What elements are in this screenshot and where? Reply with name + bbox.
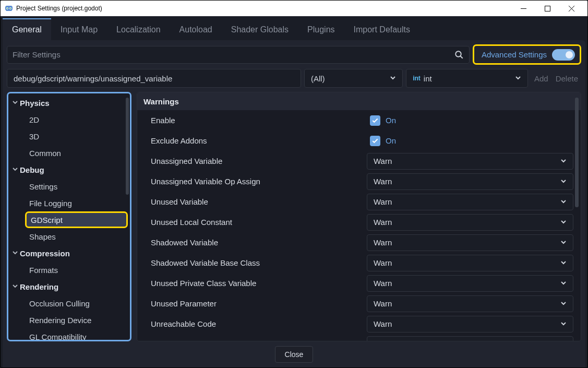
tree-item-common[interactable]: Common [10,145,128,161]
delete-setting-button[interactable]: Delete [556,74,578,83]
chevron-down-icon [390,74,396,83]
filter-box[interactable] [7,46,470,64]
expand-icon[interactable] [11,99,19,106]
advanced-settings-label: Advanced Settings [482,50,547,59]
close-button[interactable]: Close [275,346,314,363]
checkbox-label: On [386,136,573,145]
setting-path-input[interactable] [7,69,301,88]
svg-rect-4 [545,6,550,11]
tab-autoload[interactable]: Autoload [170,18,222,40]
setting-value-select[interactable]: Warn [367,255,573,271]
checkbox-label: On [386,116,573,125]
setting-value-select[interactable]: Warn [367,214,573,231]
tree-item-file-logging[interactable]: File Logging [10,195,128,211]
tree-item-rendering-device[interactable]: Rendering Device [10,312,128,328]
filter-input[interactable] [13,50,454,59]
settings-list: Warnings EnableOnExclude AddonsOnUnassig… [137,92,581,341]
search-icon [454,50,464,60]
tree-scrollbar[interactable] [126,98,129,195]
setting-unused-variable: Unused VariableWarn [137,192,581,212]
expand-icon[interactable] [11,250,19,257]
setting-label: Unassigned Variable [151,157,362,165]
tree-item-shapes[interactable]: Shapes [10,228,128,245]
setting-unused-private-class-variable: Unused Private Class VariableWarn [137,273,581,293]
window-title: Project Settings (project.godot) [16,5,102,12]
int-type-icon: int [413,75,421,82]
scope-select[interactable]: (All) [304,69,403,88]
tree-group-physics[interactable]: Physics [10,94,128,111]
content-area: GeneralInput MapLocalizationAutoloadShad… [1,16,587,367]
setting-label: Unreachable Code [151,319,362,328]
chevron-down-icon [560,218,567,227]
setting-label: Unreachable Pattern [151,340,362,341]
settings-panel: Advanced Settings (All) int int [3,40,585,367]
maximize-button[interactable] [535,1,559,16]
tab-import-defaults[interactable]: Import Defaults [344,18,419,40]
close-window-button[interactable] [559,1,583,16]
project-settings-window: Project Settings (project.godot) General… [0,0,588,368]
setting-label: Shadowed Variable Base Class [151,258,362,267]
type-select[interactable]: int int [406,69,528,88]
setting-value-select[interactable]: Warn [367,234,573,251]
setting-unassigned-variable-op-assign: Unassigned Variable Op AssignWarn [137,171,581,192]
chevron-down-icon [560,319,567,329]
checkbox[interactable] [370,136,380,146]
tab-plugins[interactable]: Plugins [298,18,344,40]
tree-item-2d[interactable]: 2D [10,111,128,128]
expand-icon[interactable] [11,166,19,173]
setting-label: Enable [151,116,365,125]
setting-label: Unused Local Constant [151,218,362,227]
setting-unreachable-code: Unreachable CodeWarn [137,314,581,334]
chevron-down-icon [560,157,567,166]
tab-bar: GeneralInput MapLocalizationAutoloadShad… [3,18,585,40]
svg-point-3 [10,8,11,9]
setting-value-select[interactable]: Warn [367,295,573,312]
settings-scrollbar[interactable] [575,98,579,207]
chevron-down-icon [560,279,567,288]
setting-shadowed-variable: Shadowed VariableWarn [137,232,581,253]
tab-shader-globals[interactable]: Shader Globals [222,18,298,40]
setting-path-field[interactable] [14,74,294,83]
setting-value-select[interactable]: Warn [367,275,573,292]
godot-icon [5,4,13,13]
add-setting-button[interactable]: Add [534,74,548,83]
setting-value-select[interactable]: Warn [367,316,573,333]
setting-value-select[interactable]: Warn [367,194,573,210]
setting-label: Unused Parameter [151,299,362,308]
tree-item-settings[interactable]: Settings [10,178,128,195]
tree-item-3d[interactable]: 3D [10,128,128,145]
tree-group-debug[interactable]: Debug [10,161,128,178]
checkbox[interactable] [370,115,380,126]
setting-value-select[interactable]: Warn [367,336,573,342]
tree-group-compression[interactable]: Compression [10,245,128,262]
tab-localization[interactable]: Localization [107,18,170,40]
tree-item-formats[interactable]: Formats [10,262,128,278]
tree-item-gdscript[interactable]: GDScript [10,211,128,228]
setting-shadowed-variable-base-class: Shadowed Variable Base ClassWarn [137,253,581,273]
tab-general[interactable]: General [3,18,51,40]
svg-point-2 [7,8,8,9]
chevron-down-icon [560,299,567,308]
setting-value-select[interactable]: Warn [367,153,573,170]
tab-input-map[interactable]: Input Map [51,18,107,40]
category-tree: Physics2D3DCommonDebugSettingsFile Loggi… [7,92,131,341]
setting-label: Shadowed Variable [151,238,362,247]
tree-group-rendering[interactable]: Rendering [10,278,128,295]
setting-label: Unused Private Class Variable [151,279,362,288]
minimize-button[interactable] [511,1,535,16]
advanced-settings-toggle[interactable] [552,49,575,61]
expand-icon[interactable] [11,283,19,290]
chevron-down-icon [560,258,567,268]
advanced-settings-box: Advanced Settings [473,44,581,65]
setting-enable: EnableOn [137,110,581,130]
setting-label: Exclude Addons [151,136,365,145]
tree-item-occlusion-culling[interactable]: Occlusion Culling [10,295,128,312]
setting-unused-parameter: Unused ParameterWarn [137,293,581,314]
setting-value-select[interactable]: Warn [367,173,573,190]
chevron-down-icon [560,238,567,247]
chevron-down-icon [560,197,567,207]
tree-item-gl-compatibility[interactable]: GL Compatibility [10,328,128,340]
setting-unused-local-constant: Unused Local ConstantWarn [137,212,581,232]
setting-unassigned-variable: Unassigned VariableWarn [137,151,581,171]
chevron-down-icon [560,177,567,186]
